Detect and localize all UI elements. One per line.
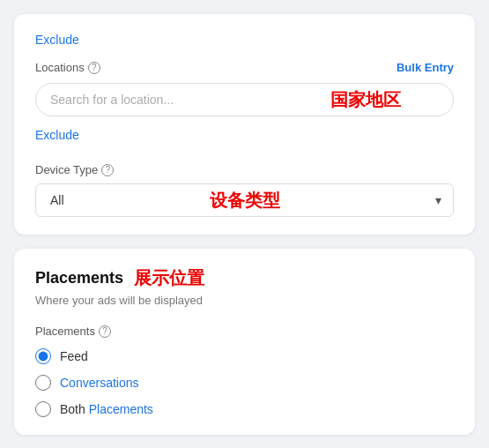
location-search-input[interactable] [35,83,454,116]
locations-card: Exclude Locations ? Bulk Entry 国家地区 Excl… [14,14,475,235]
placement-feed-label: Feed [60,349,88,363]
device-type-select[interactable]: All Mobile Desktop Tablet [35,183,454,217]
location-search-container: 国家地区 [35,83,454,116]
device-type-help-icon[interactable]: ? [101,164,114,176]
placements-subtitle: Where your ads will be displayed [35,294,454,307]
locations-header: Locations ? Bulk Entry [35,61,454,74]
placements-section-label: Placements ? [35,325,454,338]
device-type-label-text: Device Type [35,163,98,176]
placements-title-text: Placements [35,269,123,287]
placements-title-row: Placements 展示位置 [35,266,454,290]
placements-label-text: Placements [35,325,95,338]
locations-exclude-link[interactable]: Exclude [35,128,79,142]
placements-help-icon[interactable]: ? [99,325,111,338]
locations-label: Locations ? [35,61,100,74]
placement-conversations-item[interactable]: Conversations [35,375,454,391]
device-type-label: Device Type ? [35,163,454,176]
placement-both-label-highlight: Placements [89,402,153,416]
locations-help-icon[interactable]: ? [88,62,100,74]
placement-feed-item[interactable]: Feed [35,348,454,364]
device-type-section: Device Type ? All Mobile Desktop Tablet … [35,163,454,217]
device-type-select-wrapper: All Mobile Desktop Tablet ▾ 设备类型 [35,183,454,217]
placement-both-label: Both Placements [60,402,153,416]
placements-card: Placements 展示位置 Where your ads will be d… [14,249,475,435]
placement-feed-radio[interactable] [35,348,51,364]
placement-both-item[interactable]: Both Placements [35,401,454,417]
placements-chinese-label: 展示位置 [134,266,204,290]
placement-conversations-radio[interactable] [35,375,51,391]
placement-conversations-label: Conversations [60,376,139,390]
locations-label-text: Locations [35,61,85,74]
bulk-entry-link[interactable]: Bulk Entry [396,61,454,74]
placement-both-radio[interactable] [35,401,51,417]
top-exclude-link[interactable]: Exclude [35,33,79,47]
placements-radio-group: Feed Conversations Both Placements [35,348,454,417]
